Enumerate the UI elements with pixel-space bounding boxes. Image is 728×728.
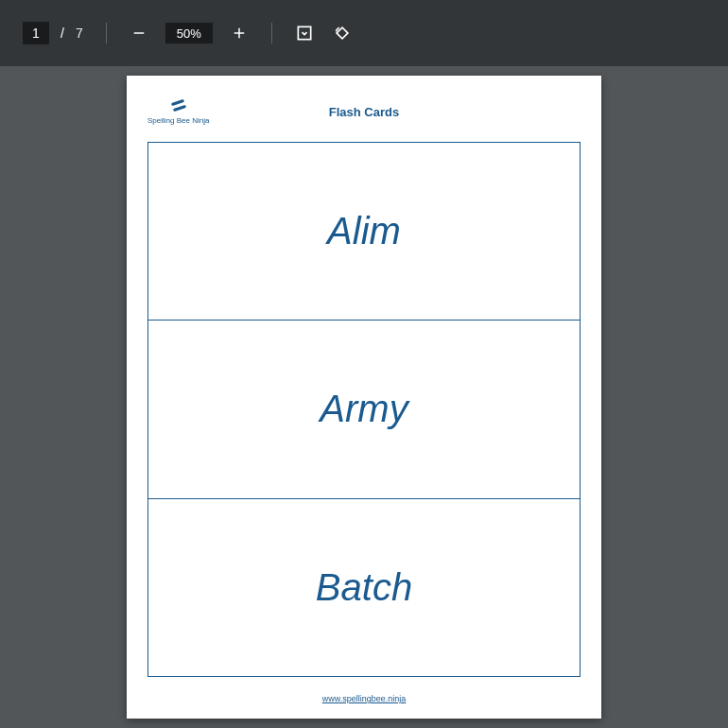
zoom-level-display[interactable]: 50% (165, 23, 213, 43)
flash-card: Army (148, 321, 580, 498)
pdf-toolbar: / 7 50% (0, 0, 728, 66)
page-number-input[interactable] (23, 22, 49, 44)
zoom-out-button[interactable] (124, 18, 154, 48)
toolbar-divider (271, 23, 272, 43)
flash-card: Alim (148, 143, 580, 321)
document-title: Flash Cards (329, 105, 399, 119)
toolbar-divider (106, 23, 107, 43)
zoom-in-button[interactable] (224, 18, 254, 48)
page-header: Spelling Bee Ninja Flash Cards (147, 93, 581, 130)
card-word: Batch (316, 566, 412, 609)
minus-icon (130, 25, 147, 42)
card-word: Army (320, 388, 407, 430)
document-page: Spelling Bee Ninja Flash Cards Alim Army… (127, 76, 601, 719)
rotate-icon (333, 24, 352, 43)
document-viewer[interactable]: Spelling Bee Ninja Flash Cards Alim Army… (0, 66, 728, 728)
svg-rect-3 (298, 26, 310, 39)
brand-name: Spelling Bee Ninja (147, 116, 209, 125)
flash-cards-grid: Alim Army Batch (147, 142, 581, 677)
brand-logo: Spelling Bee Ninja (147, 99, 209, 125)
logo-mark-icon (171, 99, 186, 114)
footer-link[interactable]: www.spellingbee.ninja (322, 694, 407, 703)
fit-page-button[interactable] (289, 18, 320, 48)
svg-rect-4 (337, 27, 348, 39)
page-footer: www.spellingbee.ninja (147, 677, 581, 705)
fit-page-icon (295, 24, 314, 43)
plus-icon (231, 25, 248, 42)
page-separator: / (61, 26, 64, 41)
rotate-button[interactable] (327, 18, 357, 48)
page-total: 7 (76, 26, 83, 41)
card-word: Alim (327, 210, 401, 252)
flash-card: Batch (148, 499, 580, 676)
